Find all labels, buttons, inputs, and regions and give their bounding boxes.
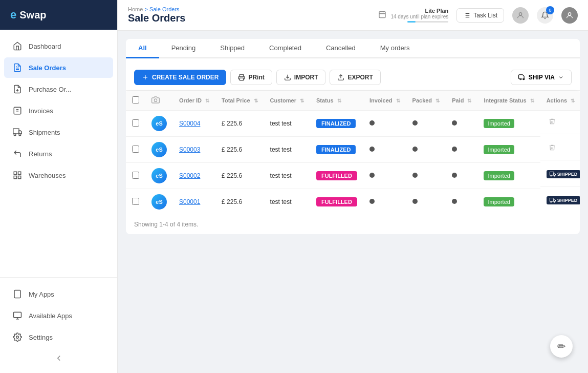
tab-pending[interactable]: Pending <box>159 39 208 58</box>
sort-paid[interactable]: ⇅ <box>467 98 471 103</box>
print-icon <box>238 74 245 81</box>
paid-dot <box>452 120 457 126</box>
avatar-icon <box>565 11 574 19</box>
sidebar-item-invoices[interactable]: Invoices <box>4 100 113 121</box>
sort-integrate-status[interactable]: ⇅ <box>530 98 534 103</box>
row-checkbox[interactable] <box>132 172 139 179</box>
row-packed <box>406 111 446 137</box>
paid-dot <box>452 199 457 204</box>
breadcrumb: Home > Sale Orders <box>128 6 185 12</box>
status-badge: FULFILLED <box>316 171 357 180</box>
plan-info-container: Lite Plan 14 days until plan expires <box>378 8 448 23</box>
task-list-button[interactable]: Task List <box>456 8 504 23</box>
file-icon <box>12 106 23 116</box>
status-badge: FULFILLED <box>316 197 357 206</box>
ship-via-button[interactable]: SHIP VIA <box>511 70 572 85</box>
import-button[interactable]: IMPORT <box>276 70 326 85</box>
sidebar-item-purchase-orders[interactable]: Purchase Or... <box>4 79 113 99</box>
page-title: Sale Orders <box>128 12 185 24</box>
sidebar-item-returns[interactable]: Returns <box>4 143 113 164</box>
order-link[interactable]: S00004 <box>179 120 200 127</box>
row-actions: SHIPPED <box>540 189 580 212</box>
delete-button[interactable] <box>547 142 558 155</box>
user-avatar[interactable] <box>561 7 578 24</box>
row-total-price: £ 225.6 <box>215 111 264 137</box>
imported-badge: Imported <box>484 119 514 128</box>
export-icon <box>337 74 344 81</box>
invoiced-dot <box>369 120 375 126</box>
print-label: PRint <box>248 74 264 81</box>
notification-bell[interactable]: 0 <box>537 7 553 24</box>
sidebar-item-my-apps[interactable]: My Apps <box>4 284 113 304</box>
tab-all[interactable]: All <box>126 39 159 58</box>
sidebar-item-warehouses[interactable]: Warehouses <box>4 165 113 185</box>
svg-point-38 <box>520 78 521 80</box>
main-content: Home > Sale Orders Sale Orders Lite Plan… <box>118 0 588 373</box>
user-avatar-circle[interactable] <box>512 7 529 24</box>
file-plus-icon <box>12 84 23 94</box>
sidebar-item-shipments[interactable]: Shipments <box>4 122 113 142</box>
svg-point-20 <box>16 336 19 339</box>
tab-cancelled[interactable]: Cancelled <box>314 39 368 58</box>
sort-packed[interactable]: ⇅ <box>435 98 440 103</box>
svg-rect-35 <box>240 78 244 80</box>
gear-icon <box>12 332 23 342</box>
svg-point-31 <box>519 12 521 15</box>
tab-bar: All Pending Shipped Completed Cancelled … <box>126 39 580 58</box>
orders-card: All Pending Shipped Completed Cancelled … <box>126 39 580 234</box>
returns-icon <box>12 149 23 159</box>
sort-order-id[interactable]: ⇅ <box>205 98 209 103</box>
svg-point-47 <box>550 201 552 203</box>
breadcrumb-current: Sale Orders <box>149 6 180 12</box>
shipped-badge[interactable]: SHIPPED <box>547 196 580 204</box>
row-integrate-status: Imported <box>477 111 540 137</box>
print-button[interactable]: PRint <box>230 70 272 85</box>
tab-my-orders[interactable]: My orders <box>368 39 422 58</box>
sort-invoiced[interactable]: ⇅ <box>396 98 400 103</box>
row-packed <box>406 189 446 215</box>
shipped-badge[interactable]: SHIPPED <box>547 170 580 178</box>
select-all-checkbox[interactable] <box>132 96 139 103</box>
fab-button[interactable]: ✏ <box>550 335 573 358</box>
row-checkbox[interactable] <box>132 119 139 127</box>
sidebar-item-available-apps[interactable]: Available Apps <box>4 305 113 326</box>
plan-progress-fill <box>407 21 416 23</box>
row-total-price: £ 225.6 <box>215 163 264 189</box>
table-row: eS S00003 £ 225.6 test test FINALIZED Im… <box>126 137 580 163</box>
create-sale-order-button[interactable]: CREATE SALE ORDER <box>134 70 226 85</box>
delete-button[interactable] <box>547 116 558 129</box>
tab-shipped[interactable]: Shipped <box>208 39 257 58</box>
create-sale-order-label: CREATE SALE ORDER <box>152 74 219 81</box>
row-paid <box>446 137 477 163</box>
row-checkbox[interactable] <box>132 198 139 205</box>
row-checkbox[interactable] <box>132 146 139 153</box>
order-link[interactable]: S00003 <box>179 146 200 153</box>
svg-point-44 <box>554 175 555 177</box>
invoiced-dot <box>369 199 375 204</box>
sort-status[interactable]: ⇅ <box>337 98 341 103</box>
svg-rect-11 <box>14 172 16 174</box>
home-icon <box>12 41 23 51</box>
sidebar-collapse-button[interactable] <box>0 348 117 368</box>
svg-point-43 <box>550 175 552 177</box>
row-packed <box>406 137 446 163</box>
imported-badge: Imported <box>484 171 514 180</box>
order-link[interactable]: S00001 <box>179 198 200 205</box>
sidebar-item-dashboard[interactable]: Dashboard <box>4 36 113 56</box>
sidebar-item-sale-orders[interactable]: Sale Orders <box>4 57 113 78</box>
export-button[interactable]: EXPORT <box>330 70 380 85</box>
svg-rect-13 <box>18 176 21 179</box>
monitor-icon <box>12 310 23 321</box>
breadcrumb-home[interactable]: Home <box>128 6 143 12</box>
sidebar-item-settings[interactable]: Settings <box>4 327 113 347</box>
row-customer: test test <box>264 163 310 189</box>
order-link[interactable]: S00002 <box>179 172 200 179</box>
sort-customer[interactable]: ⇅ <box>300 98 304 103</box>
order-avatar: eS <box>151 168 167 183</box>
sidebar: e Swap Dashboard Sale Orders Purchase Or… <box>0 0 118 373</box>
sidebar-item-label: Settings <box>29 334 53 341</box>
svg-marker-42 <box>554 173 556 175</box>
tab-completed[interactable]: Completed <box>257 39 314 58</box>
sort-total-price[interactable]: ⇅ <box>254 98 258 103</box>
sort-actions[interactable]: ⇅ <box>571 98 575 103</box>
